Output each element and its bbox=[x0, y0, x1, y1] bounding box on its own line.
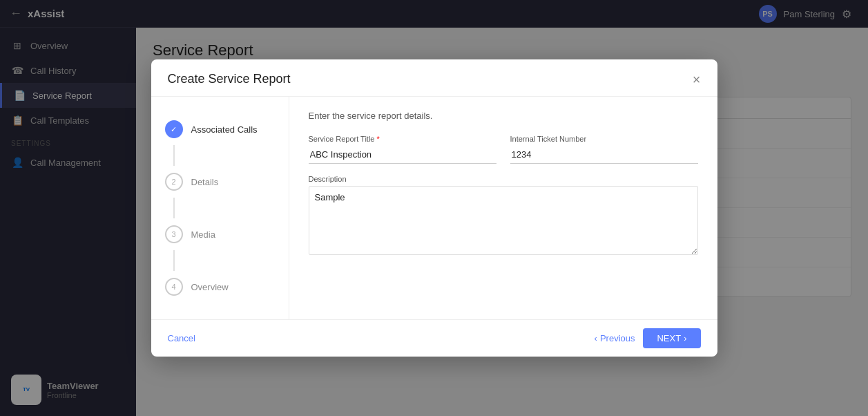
modal-steps: ✓ Associated Calls 2 Details 3 Media 4 O… bbox=[151, 97, 289, 319]
required-asterisk: * bbox=[377, 135, 380, 143]
step-connector-2 bbox=[173, 198, 175, 218]
step-label-details: Details bbox=[191, 177, 219, 187]
modal-close-button[interactable]: × bbox=[693, 73, 701, 86]
modal-overlay: Create Service Report × ✓ Associated Cal… bbox=[0, 0, 868, 416]
description-textarea[interactable]: Sample bbox=[309, 186, 698, 255]
step-circle-3: 3 bbox=[165, 225, 183, 243]
step-circle-4: 4 bbox=[165, 278, 183, 296]
step-label-media: Media bbox=[191, 229, 215, 240]
step-label-overview: Overview bbox=[191, 282, 229, 292]
previous-button[interactable]: ‹ Previous bbox=[595, 333, 635, 343]
modal-header: Create Service Report × bbox=[151, 59, 717, 97]
form-group-title: Service Report Title * bbox=[309, 135, 496, 164]
step-associated-calls[interactable]: ✓ Associated Calls bbox=[151, 113, 289, 145]
step-circle-2: 2 bbox=[165, 173, 183, 191]
form-group-description: Description Sample bbox=[309, 175, 698, 255]
step-overview[interactable]: 4 Overview bbox=[151, 271, 289, 303]
step-connector-1 bbox=[173, 145, 175, 166]
internal-ticket-label: Internal Ticket Number bbox=[510, 135, 698, 143]
internal-ticket-input[interactable] bbox=[510, 146, 698, 164]
modal-title: Create Service Report bbox=[168, 72, 291, 86]
step-details[interactable]: 2 Details bbox=[151, 166, 289, 198]
description-label: Description bbox=[309, 175, 698, 183]
next-chevron-icon: › bbox=[684, 333, 686, 343]
prev-chevron-icon: ‹ bbox=[595, 333, 597, 343]
step-connector-3 bbox=[173, 250, 175, 271]
create-service-report-modal: Create Service Report × ✓ Associated Cal… bbox=[151, 59, 717, 357]
next-button[interactable]: NEXT › bbox=[643, 328, 700, 348]
footer-right: ‹ Previous NEXT › bbox=[595, 328, 701, 348]
step-media[interactable]: 3 Media bbox=[151, 218, 289, 250]
cancel-button[interactable]: Cancel bbox=[168, 333, 195, 343]
step-circle-1: ✓ bbox=[165, 120, 183, 138]
modal-form: Enter the service report details. Servic… bbox=[289, 97, 717, 319]
service-report-title-label: Service Report Title * bbox=[309, 135, 496, 143]
modal-body: ✓ Associated Calls 2 Details 3 Media 4 O… bbox=[151, 97, 717, 319]
step-label-associated-calls: Associated Calls bbox=[191, 124, 258, 135]
form-row-title-ticket: Service Report Title * Internal Ticket N… bbox=[309, 135, 698, 164]
form-group-ticket: Internal Ticket Number bbox=[510, 135, 698, 164]
service-report-title-input[interactable] bbox=[309, 146, 496, 164]
form-subtitle: Enter the service report details. bbox=[309, 111, 698, 121]
modal-footer: Cancel ‹ Previous NEXT › bbox=[151, 319, 717, 357]
